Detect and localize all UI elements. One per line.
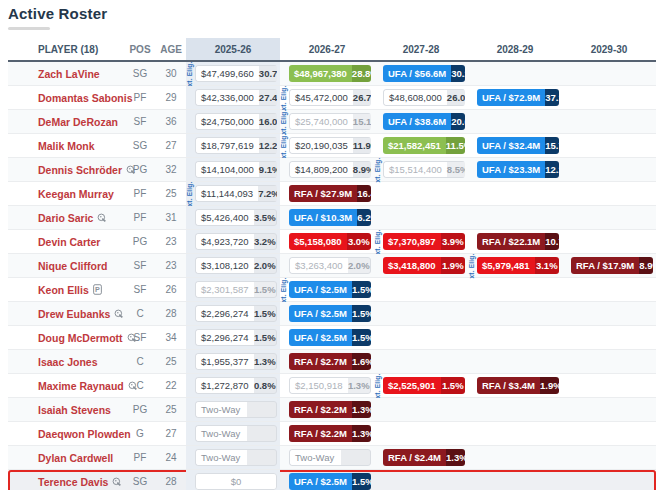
season-cell <box>562 134 656 157</box>
player-link[interactable]: Nique Clifford <box>38 260 107 272</box>
player-cell: Keegan Murray <box>8 188 124 200</box>
player-cell: Domantas Sabonis <box>8 92 124 104</box>
player-link[interactable]: Keon Ellis <box>38 284 89 296</box>
ufa-badge: UFA / $2.5M1.5% <box>289 305 371 322</box>
player-link[interactable]: Daeqwon Plowden <box>38 428 131 440</box>
season-cell: $21,582,45111.5% <box>374 134 468 157</box>
player-link[interactable]: Keegan Murray <box>38 188 114 200</box>
table-row: Keon EllisPSF26$2,301,5871.5%xt. Elig.UF… <box>8 278 656 302</box>
table-row: Keegan MurrayPF25xt. Elig.$11,144,0937.2… <box>8 182 656 206</box>
season-cell <box>374 278 468 301</box>
ufa-badge: UFA / $38.6M20.6% <box>383 113 465 130</box>
season-cell: xt. Elig.$5,979,4813.1% <box>468 254 562 277</box>
season-cell <box>562 278 656 301</box>
player-link[interactable]: Malik Monk <box>38 140 95 152</box>
player-option-badge: $48,967,38028.8% <box>289 65 371 82</box>
player-link[interactable]: Isaiah Stevens <box>38 404 111 416</box>
season-cell: RFA / $2.2M1.3% <box>280 422 374 445</box>
season-cell <box>374 398 468 421</box>
contract-tag-icon <box>97 213 107 223</box>
ufa-badge: UFA / $2.5M1.5% <box>289 281 371 298</box>
season-cell: Two-Way <box>186 422 280 445</box>
player-cell: DeMar DeRozan <box>8 116 124 128</box>
title-underline <box>8 27 50 30</box>
team-option-badge: $7,370,8973.9% <box>383 233 465 250</box>
table-row: Devin CarterPG23$4,923,7203.2%$5,158,080… <box>8 230 656 254</box>
salary-cell: $1,955,3771.3% <box>195 353 277 370</box>
player-option-badge: $21,582,45111.5% <box>383 137 465 154</box>
season-cell <box>562 326 656 349</box>
extension-eligible-label: xt. Elig. <box>280 109 288 134</box>
player-pos: G <box>124 428 156 439</box>
ufa-badge: UFA / $2.5M1.5% <box>289 473 371 490</box>
season-cell: UFA / $38.6M20.6% <box>374 110 468 133</box>
salary-cell: $2,150,9181.3% <box>289 377 371 394</box>
season-cell: xt. Elig.$45,472,00026.7% <box>280 86 374 109</box>
salary-cell: $3,263,4002.0% <box>289 257 371 274</box>
salary-cell: $20,190,03511.9% <box>289 137 371 154</box>
team-option-badge: $3,418,8001.9% <box>383 257 465 274</box>
season-cell: xt. Elig.$25,740,00015.1% <box>280 110 374 133</box>
salary-cell: $1,272,8700.8% <box>195 377 277 394</box>
season-cell <box>562 230 656 253</box>
season-cell: RFA / $22.1M10.7% <box>468 230 562 253</box>
season-cell: $14,809,2008.9% <box>280 158 374 181</box>
player-pos: SG <box>124 68 156 79</box>
player-pos: SF <box>124 116 156 127</box>
season-cell: UFA / $10.3M6.2% <box>280 206 374 229</box>
column-header-2027-28: 2027-28 <box>374 38 468 60</box>
player-link[interactable]: Drew Eubanks <box>38 308 110 320</box>
rfa-badge: RFA / $17.9M8.9% <box>571 257 653 274</box>
player-link[interactable]: Doug McDermott <box>38 332 123 344</box>
player-cell: Daeqwon Plowden <box>8 428 124 440</box>
team-option-badge: $5,158,0803.0% <box>289 233 371 250</box>
team-option-badge: $2,525,9011.5% <box>383 377 465 394</box>
player-cell: Dario Saric <box>8 212 124 224</box>
player-link[interactable]: Dylan Cardwell <box>38 452 113 464</box>
roster-body: Zach LaVineSG30xt. Elig.$47,499,66030.7%… <box>8 62 656 490</box>
player-link[interactable]: DeMar DeRozan <box>38 116 118 128</box>
player-pos: SF <box>124 284 156 295</box>
player-cell: Zach LaVine <box>8 68 124 80</box>
salary-cell: $48,608,00026.0% <box>383 89 465 106</box>
season-cell: xt. Elig.$15,514,4008.5% <box>374 158 468 181</box>
salary-cell: $47,499,66030.7% <box>195 65 277 82</box>
season-cell: $0 <box>186 470 280 490</box>
season-cell <box>374 350 468 373</box>
season-cell <box>562 350 656 373</box>
season-cell: Two-Way <box>186 398 280 421</box>
season-cell <box>468 398 562 421</box>
player-link[interactable]: Dario Saric <box>38 212 93 224</box>
column-header-2028-29: 2028-29 <box>468 38 562 60</box>
table-row: Nique CliffordSF23$3,108,1202.0%$3,263,4… <box>8 254 656 278</box>
player-link[interactable]: Devin Carter <box>38 236 100 248</box>
player-link[interactable]: Maxime Raynaud <box>38 380 124 392</box>
player-link[interactable]: Dennis Schröder <box>38 164 122 176</box>
ufa-badge: UFA / $2.5M1.5% <box>289 329 371 346</box>
ufa-badge: UFA / $72.9M37.1% <box>477 89 559 106</box>
column-header-player: PLAYER (18) <box>8 44 124 55</box>
season-cell: UFA / $56.6M30.2% <box>374 62 468 85</box>
player-link[interactable]: Terence Davis <box>38 476 108 488</box>
season-cell <box>562 422 656 445</box>
season-cell: Two-Way <box>186 446 280 469</box>
season-cell <box>468 206 562 229</box>
season-cell <box>468 350 562 373</box>
salary-cell: $2,301,5871.5% <box>195 281 277 298</box>
player-pos: PG <box>124 164 156 175</box>
table-row: Daeqwon PlowdenG27Two-WayRFA / $2.2M1.3% <box>8 422 656 446</box>
player-link[interactable]: Domantas Sabonis <box>38 92 133 104</box>
season-cell: xt. Elig.$20,190,03511.9% <box>280 134 374 157</box>
season-cell: RFA / $2.2M1.3% <box>280 398 374 421</box>
season-cell: $14,104,0009.1% <box>186 158 280 181</box>
season-cell <box>562 470 656 490</box>
contract-tag-icon <box>112 477 122 487</box>
table-row: Domantas SabonisPF29$42,336,00027.4%xt. … <box>8 86 656 110</box>
salary-cell: $18,797,61912.2% <box>195 137 277 154</box>
season-cell <box>468 110 562 133</box>
season-cell: $42,336,00027.4% <box>186 86 280 109</box>
season-cell: xt. Elig.$47,499,66030.7% <box>186 62 280 85</box>
player-age: 25 <box>156 404 186 415</box>
player-link[interactable]: Zach LaVine <box>38 68 100 80</box>
player-link[interactable]: Isaac Jones <box>38 356 98 368</box>
